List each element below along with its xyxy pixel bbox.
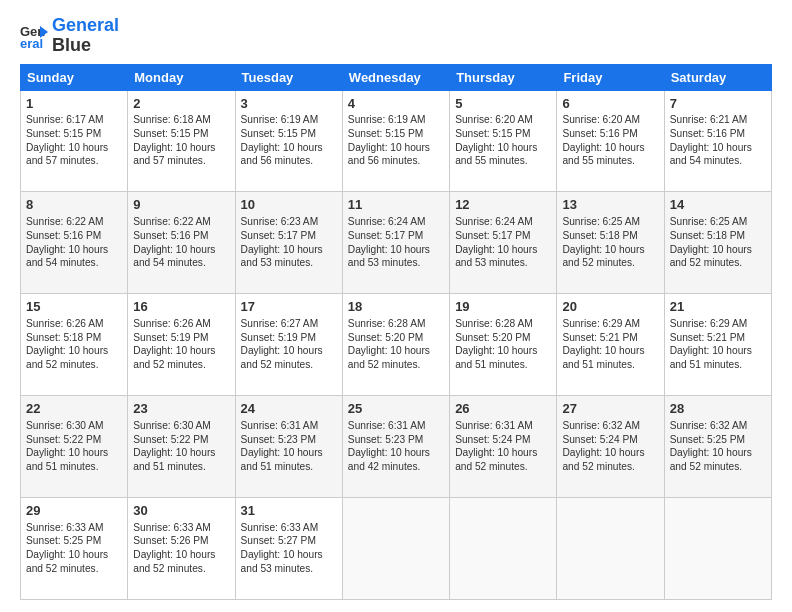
calendar-cell: 31Sunrise: 6:33 AMSunset: 5:27 PMDayligh… xyxy=(235,498,342,600)
svg-text:eral: eral xyxy=(20,36,43,50)
day-header-thursday: Thursday xyxy=(450,64,557,90)
day-number: 1 xyxy=(26,95,122,113)
day-number: 29 xyxy=(26,502,122,520)
calendar-table: SundayMondayTuesdayWednesdayThursdayFrid… xyxy=(20,64,772,600)
day-number: 9 xyxy=(133,196,229,214)
day-header-saturday: Saturday xyxy=(664,64,771,90)
day-number: 8 xyxy=(26,196,122,214)
calendar-cell: 27Sunrise: 6:32 AMSunset: 5:24 PMDayligh… xyxy=(557,396,664,498)
calendar-week-row: 8Sunrise: 6:22 AMSunset: 5:16 PMDaylight… xyxy=(21,192,772,294)
calendar-cell: 17Sunrise: 6:27 AMSunset: 5:19 PMDayligh… xyxy=(235,294,342,396)
day-number: 18 xyxy=(348,298,444,316)
calendar-cell: 30Sunrise: 6:33 AMSunset: 5:26 PMDayligh… xyxy=(128,498,235,600)
calendar-cell: 14Sunrise: 6:25 AMSunset: 5:18 PMDayligh… xyxy=(664,192,771,294)
day-number: 22 xyxy=(26,400,122,418)
calendar-cell: 22Sunrise: 6:30 AMSunset: 5:22 PMDayligh… xyxy=(21,396,128,498)
calendar-cell: 1Sunrise: 6:17 AMSunset: 5:15 PMDaylight… xyxy=(21,90,128,192)
calendar-cell: 13Sunrise: 6:25 AMSunset: 5:18 PMDayligh… xyxy=(557,192,664,294)
calendar-cell: 4Sunrise: 6:19 AMSunset: 5:15 PMDaylight… xyxy=(342,90,449,192)
calendar-cell xyxy=(664,498,771,600)
day-number: 23 xyxy=(133,400,229,418)
day-number: 11 xyxy=(348,196,444,214)
day-header-sunday: Sunday xyxy=(21,64,128,90)
calendar-cell: 28Sunrise: 6:32 AMSunset: 5:25 PMDayligh… xyxy=(664,396,771,498)
calendar-cell: 24Sunrise: 6:31 AMSunset: 5:23 PMDayligh… xyxy=(235,396,342,498)
day-number: 19 xyxy=(455,298,551,316)
calendar-cell: 20Sunrise: 6:29 AMSunset: 5:21 PMDayligh… xyxy=(557,294,664,396)
calendar-cell: 18Sunrise: 6:28 AMSunset: 5:20 PMDayligh… xyxy=(342,294,449,396)
day-number: 28 xyxy=(670,400,766,418)
day-number: 27 xyxy=(562,400,658,418)
calendar-cell: 23Sunrise: 6:30 AMSunset: 5:22 PMDayligh… xyxy=(128,396,235,498)
calendar-cell xyxy=(342,498,449,600)
calendar-week-row: 29Sunrise: 6:33 AMSunset: 5:25 PMDayligh… xyxy=(21,498,772,600)
day-number: 2 xyxy=(133,95,229,113)
day-header-friday: Friday xyxy=(557,64,664,90)
calendar-week-row: 22Sunrise: 6:30 AMSunset: 5:22 PMDayligh… xyxy=(21,396,772,498)
day-number: 17 xyxy=(241,298,337,316)
day-number: 4 xyxy=(348,95,444,113)
logo-text: General Blue xyxy=(52,16,119,56)
calendar-cell: 26Sunrise: 6:31 AMSunset: 5:24 PMDayligh… xyxy=(450,396,557,498)
calendar-cell xyxy=(450,498,557,600)
day-number: 14 xyxy=(670,196,766,214)
page: Gen eral General Blue SundayMondayTuesda… xyxy=(0,0,792,612)
calendar-cell: 9Sunrise: 6:22 AMSunset: 5:16 PMDaylight… xyxy=(128,192,235,294)
calendar-cell: 21Sunrise: 6:29 AMSunset: 5:21 PMDayligh… xyxy=(664,294,771,396)
day-number: 10 xyxy=(241,196,337,214)
calendar-week-row: 1Sunrise: 6:17 AMSunset: 5:15 PMDaylight… xyxy=(21,90,772,192)
calendar-cell: 5Sunrise: 6:20 AMSunset: 5:15 PMDaylight… xyxy=(450,90,557,192)
calendar-header-row: SundayMondayTuesdayWednesdayThursdayFrid… xyxy=(21,64,772,90)
day-number: 25 xyxy=(348,400,444,418)
logo: Gen eral General Blue xyxy=(20,16,119,56)
header: Gen eral General Blue xyxy=(20,16,772,56)
day-number: 15 xyxy=(26,298,122,316)
day-number: 30 xyxy=(133,502,229,520)
calendar-cell: 25Sunrise: 6:31 AMSunset: 5:23 PMDayligh… xyxy=(342,396,449,498)
calendar-cell: 19Sunrise: 6:28 AMSunset: 5:20 PMDayligh… xyxy=(450,294,557,396)
calendar-cell: 7Sunrise: 6:21 AMSunset: 5:16 PMDaylight… xyxy=(664,90,771,192)
calendar-cell: 2Sunrise: 6:18 AMSunset: 5:15 PMDaylight… xyxy=(128,90,235,192)
day-number: 16 xyxy=(133,298,229,316)
day-header-tuesday: Tuesday xyxy=(235,64,342,90)
calendar-cell: 11Sunrise: 6:24 AMSunset: 5:17 PMDayligh… xyxy=(342,192,449,294)
calendar-cell: 8Sunrise: 6:22 AMSunset: 5:16 PMDaylight… xyxy=(21,192,128,294)
day-header-wednesday: Wednesday xyxy=(342,64,449,90)
calendar-cell: 6Sunrise: 6:20 AMSunset: 5:16 PMDaylight… xyxy=(557,90,664,192)
day-number: 6 xyxy=(562,95,658,113)
calendar-cell: 15Sunrise: 6:26 AMSunset: 5:18 PMDayligh… xyxy=(21,294,128,396)
day-number: 12 xyxy=(455,196,551,214)
day-number: 31 xyxy=(241,502,337,520)
calendar-cell: 29Sunrise: 6:33 AMSunset: 5:25 PMDayligh… xyxy=(21,498,128,600)
day-number: 21 xyxy=(670,298,766,316)
calendar-week-row: 15Sunrise: 6:26 AMSunset: 5:18 PMDayligh… xyxy=(21,294,772,396)
day-number: 24 xyxy=(241,400,337,418)
day-number: 5 xyxy=(455,95,551,113)
day-number: 26 xyxy=(455,400,551,418)
calendar-cell: 16Sunrise: 6:26 AMSunset: 5:19 PMDayligh… xyxy=(128,294,235,396)
calendar-cell xyxy=(557,498,664,600)
day-number: 13 xyxy=(562,196,658,214)
calendar-cell: 3Sunrise: 6:19 AMSunset: 5:15 PMDaylight… xyxy=(235,90,342,192)
calendar-cell: 12Sunrise: 6:24 AMSunset: 5:17 PMDayligh… xyxy=(450,192,557,294)
logo-icon: Gen eral xyxy=(20,22,48,50)
day-number: 3 xyxy=(241,95,337,113)
day-header-monday: Monday xyxy=(128,64,235,90)
day-number: 7 xyxy=(670,95,766,113)
calendar-cell: 10Sunrise: 6:23 AMSunset: 5:17 PMDayligh… xyxy=(235,192,342,294)
day-number: 20 xyxy=(562,298,658,316)
